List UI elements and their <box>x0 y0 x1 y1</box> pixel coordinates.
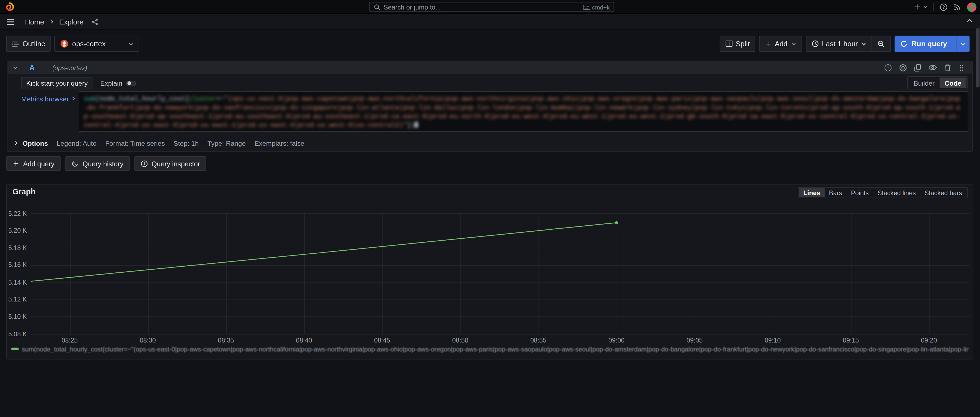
explore-secondary-actions: Add query Query history Query inspector <box>6 156 207 171</box>
query-editor-card: A (ops-cortex) ? <box>7 61 973 152</box>
search-shortcut: cmd+k <box>582 3 609 10</box>
scrollbar[interactable] <box>976 14 980 417</box>
kick-start-query-button[interactable]: Kick start your query <box>21 77 92 89</box>
svg-text:?: ? <box>942 5 945 9</box>
hide-query-eye-icon[interactable] <box>928 64 937 72</box>
plus-icon <box>765 40 772 47</box>
graph-mode-stacked-lines[interactable]: Stacked lines <box>873 188 920 197</box>
divider <box>933 3 934 11</box>
outline-label: Outline <box>22 40 45 48</box>
user-avatar[interactable] <box>967 2 977 12</box>
global-search[interactable]: cmd+k <box>369 2 614 12</box>
share-icon[interactable] <box>91 18 99 26</box>
prometheus-icon <box>60 40 69 48</box>
clock-icon <box>811 40 819 48</box>
x-tick-label: 09:05 <box>687 337 703 344</box>
graph-mode-points[interactable]: Points <box>846 188 873 197</box>
info-icon <box>140 160 148 168</box>
graph-style-switch: LinesBarsPointsStacked linesStacked bars <box>798 187 968 198</box>
token-label: cluster <box>189 95 216 103</box>
series-line <box>31 223 617 281</box>
legend-swatch <box>11 348 19 350</box>
help-icon[interactable]: ? <box>940 3 948 11</box>
breadcrumb-home[interactable]: Home <box>25 18 44 26</box>
query-ref-id: A <box>29 63 35 72</box>
keyboard-icon <box>582 4 590 10</box>
target-icon[interactable] <box>899 63 907 72</box>
query-history-button[interactable]: Query history <box>65 156 130 171</box>
y-tick-label: 5.16 K <box>8 262 27 268</box>
remove-query-trash-icon[interactable] <box>944 63 951 72</box>
news-rss-icon[interactable] <box>953 3 961 11</box>
chevron-up-icon[interactable] <box>966 18 973 24</box>
datasource-picker[interactable]: ops-cortex <box>55 36 140 52</box>
plot-area[interactable] <box>31 213 970 334</box>
run-query-options-button[interactable] <box>956 36 970 52</box>
new-menu-button[interactable] <box>913 3 928 11</box>
x-axis: 08:2508:3008:3508:4008:4508:5008:5509:00… <box>31 337 970 345</box>
drag-handle-icon[interactable] <box>958 63 964 72</box>
grafana-explore-page: cmd+k ? Home Explore <box>0 0 980 417</box>
duplicate-query-icon[interactable] <box>914 63 921 72</box>
time-range-picker[interactable]: Last 1 hour <box>806 36 871 51</box>
y-tick-label: 5.12 K <box>8 296 27 303</box>
chevron-down-icon <box>923 4 928 9</box>
menu-toggle-icon[interactable] <box>6 18 15 26</box>
run-query-label: Run query <box>912 40 947 48</box>
query-tools-row: Kick start your query Explain <box>21 77 136 89</box>
x-tick-label: 08:50 <box>452 337 468 344</box>
explain-toggle[interactable] <box>126 80 136 86</box>
chevron-down-icon <box>861 41 867 47</box>
code-option[interactable]: Code <box>940 77 966 88</box>
datasource-label: ops-cortex <box>72 40 106 48</box>
option-summary-item: Legend: Auto <box>57 139 96 147</box>
promql-code-editor[interactable]: sum(node_total_hourly_cost{cluster=~"(op… <box>79 91 968 132</box>
split-columns-icon <box>725 40 733 48</box>
add-button[interactable]: Add <box>759 36 802 52</box>
explain-label: Explain <box>100 79 122 87</box>
metrics-browser-link[interactable]: Metrics browser <box>21 95 76 103</box>
search-input[interactable] <box>383 3 580 11</box>
builder-code-switch: Builder Code <box>907 77 967 89</box>
grafana-logo-icon[interactable] <box>5 2 14 12</box>
promql-expression: sum(node_total_hourly_cost{cluster=~"(op… <box>84 94 963 129</box>
query-history-label: Query history <box>83 160 123 168</box>
datasource-help-icon[interactable]: ? <box>884 63 892 72</box>
y-axis: 5.22 K5.20 K5.18 K5.16 K5.14 K5.12 K5.10… <box>7 185 28 342</box>
chevron-down-icon <box>791 41 796 47</box>
scrollbar-thumb[interactable] <box>976 28 980 88</box>
graph-panel: Graph LinesBarsPointsStacked linesStacke… <box>6 185 973 359</box>
x-tick-label: 09:00 <box>608 337 624 344</box>
query-inspector-button[interactable]: Query inspector <box>134 156 207 171</box>
token-open: (node_total_hourly_cost{ <box>95 95 189 103</box>
graph-mode-bars[interactable]: Bars <box>825 188 846 197</box>
outline-button[interactable]: Outline <box>6 36 51 52</box>
toggle-knob <box>127 81 131 85</box>
x-tick-label: 08:45 <box>374 337 390 344</box>
split-button[interactable]: Split <box>719 36 756 52</box>
breadcrumb-explore[interactable]: Explore <box>59 18 84 26</box>
y-tick-label: 5.14 K <box>8 279 27 286</box>
run-query-button[interactable]: Run query <box>895 36 953 52</box>
option-summary-item: Format: Time series <box>105 139 165 147</box>
builder-option[interactable]: Builder <box>908 77 940 88</box>
search-icon <box>374 3 380 10</box>
legend: sum(node_total_hourly_cost{cluster=~"(op… <box>11 345 969 353</box>
query-row-header[interactable]: A (ops-cortex) ? <box>8 61 972 73</box>
legend-series-name[interactable]: sum(node_total_hourly_cost{cluster=~"(op… <box>22 345 969 352</box>
metrics-browser-label: Metrics browser <box>21 95 69 103</box>
x-tick-label: 08:25 <box>62 337 78 344</box>
add-query-button[interactable]: Add query <box>6 156 60 171</box>
x-tick-label: 09:20 <box>921 337 937 344</box>
graph-mode-stacked-bars[interactable]: Stacked bars <box>920 188 966 197</box>
breadcrumb-row: Home Explore <box>0 14 980 30</box>
query-options-summary[interactable]: Options Legend: AutoFormat: Time seriesS… <box>14 137 304 149</box>
add-label: Add <box>775 40 788 48</box>
add-query-label: Add query <box>23 160 54 168</box>
y-tick-label: 5.08 K <box>8 331 27 337</box>
zoom-out-time-button[interactable] <box>872 36 890 51</box>
collapse-query-chevron-icon[interactable] <box>13 65 18 70</box>
option-summary-item: Exemplars: false <box>255 139 304 147</box>
graph-mode-lines[interactable]: Lines <box>799 188 825 197</box>
time-range-label: Last 1 hour <box>822 40 858 48</box>
